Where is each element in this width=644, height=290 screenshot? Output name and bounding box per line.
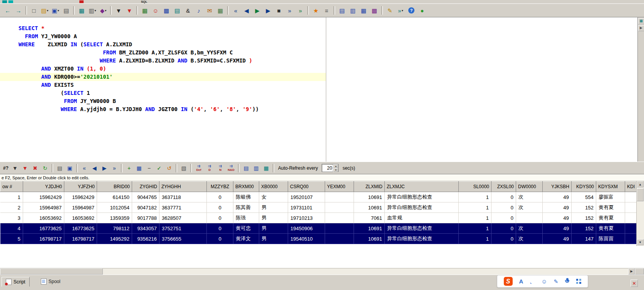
scrollbar-track[interactable] [637,187,644,239]
side-panel-collapse-button[interactable]: ▶ [638,25,644,31]
grid-cell[interactable]: 0 [207,223,233,234]
grid-cell[interactable]: 9017788 [132,213,159,223]
grid-cell[interactable]: 16773625 [23,223,64,234]
grid-cell[interactable]: 1495292 [97,234,132,244]
more-tools-icon[interactable]: »▾ [395,5,406,16]
grid-cell[interactable]: 陈强 [233,213,259,223]
spinner-down-icon[interactable]: ▼ [333,168,338,172]
code-line[interactable]: (SELECT 1 [0,89,326,97]
grid-cell[interactable]: 陈其善 [233,202,259,213]
grid-cell[interactable]: 3637771 [159,202,207,213]
grid-cell[interactable]: 1359359 [97,213,132,223]
ime-microphone-icon[interactable] [565,278,570,285]
open-file-icon[interactable]: ▨▾ [39,5,50,16]
grid-cell[interactable] [325,192,354,202]
new-file-icon[interactable]: □ [29,5,39,16]
paste-grid-icon[interactable]: ▦ [358,5,369,16]
grid-cell[interactable]: 152 [572,202,596,213]
grid-cell[interactable]: 1 [459,213,491,223]
grid-cell[interactable]: 0 [491,223,516,234]
grid-cell[interactable]: 554 [572,192,596,202]
grid-cell[interactable] [625,192,637,202]
grid-cell[interactable] [625,223,637,234]
fetch-default-button[interactable]: ⇉Def [193,163,204,174]
column-header[interactable]: ow # [0,182,23,192]
delete-record-icon[interactable]: − [144,163,154,173]
save-icon[interactable]: ▣▾ [50,5,61,16]
column-header[interactable]: BRID00 [97,182,132,192]
tab-script[interactable]: Script [2,277,30,287]
grid-vertical-scrollbar[interactable]: ▲ ▼ [636,181,644,246]
grid-cell[interactable]: 19710213 [288,213,325,223]
ime-toolbox-icon[interactable] [576,279,581,284]
grid-cell[interactable]: 1 [459,202,491,213]
scrollbar-thumb[interactable] [637,188,644,201]
grid-cell[interactable]: 0 [491,202,516,213]
grid-cell[interactable]: 16798717 [23,234,64,244]
grid-cell[interactable] [325,213,354,223]
layout-grid-icon[interactable]: ▦ [76,5,87,16]
session-icon[interactable]: ◆▾ [98,5,109,16]
grid-cell[interactable]: 0 [491,234,516,244]
code-line[interactable]: FROM YJ_YW0000 A [0,32,326,40]
filter-icon[interactable]: ▼ [113,5,124,16]
side-panel-button[interactable]: ▦ [638,18,644,24]
grid-cell[interactable]: 异常白细胞形态检查 [385,234,459,244]
special-copy-icon[interactable]: ▩ [369,5,380,16]
prior-record-icon[interactable]: ◀ [89,163,99,173]
fetch-null-displayed-button[interactable]: ⇉N&D [226,163,236,174]
grid-cell[interactable]: 15964987 [23,202,64,213]
grid-cell[interactable] [325,234,354,244]
scrollbar-thumb[interactable] [0,268,103,275]
grid-cell[interactable]: 次 [516,234,543,244]
filter-remove-icon[interactable]: ▼ [124,5,135,16]
save-icon[interactable]: ▣ [65,163,75,173]
grid-cell[interactable] [325,223,354,234]
grid-cell[interactable] [625,213,637,223]
grid-cell[interactable]: 5 [0,234,23,244]
code-line[interactable]: WHERE A.yjdjh0 = B.YJDJH0 AND JGZT00 IN … [0,105,326,113]
grid-cell[interactable]: 3628507 [159,213,207,223]
previous-row-icon[interactable]: ◀ [241,5,252,16]
grid-cell[interactable]: 10691 [354,192,385,202]
cancel-query-icon[interactable]: ✖ [30,163,40,173]
sql-editor[interactable]: SELECT * FROM YJ_YW0000 AWHERE ZLXMID IN… [0,17,326,162]
insert-record-icon[interactable]: + [124,163,134,173]
sogou-logo-icon[interactable]: S [504,277,513,286]
column-header[interactable]: ZYGHID [132,182,159,192]
filter-favorites-icon[interactable]: ▼ [20,163,30,173]
code-line[interactable]: FROM BM_ZLZD00 A,XT_ZLSFGX B,bm_YYSFXM C [0,49,326,57]
next-record-icon[interactable]: ▶ [99,163,109,173]
grid-row[interactable]: 11596242915962429614150904476536371180陈银… [0,192,637,202]
grid-cell[interactable]: 3 [0,213,23,223]
grid-cell[interactable]: 4 [0,223,23,234]
grid-cell[interactable]: 女 [259,192,288,202]
next-row-icon[interactable]: » [284,5,295,16]
grid-cell[interactable]: 陈苗苗 [596,234,625,244]
first-row-icon[interactable]: « [230,5,241,16]
column-header[interactable]: YJDJH0 [23,182,64,192]
export-grid-icon[interactable]: ▧ [179,163,189,173]
run-icon[interactable]: ▶ [252,5,263,16]
column-header[interactable]: MZZYBZ [207,182,233,192]
dropdown-arrow-icon[interactable]: ▾ [105,9,106,12]
dropdown-arrow-icon[interactable]: ▾ [58,9,59,12]
revert-edits-icon[interactable]: ↺ [164,163,174,173]
scroll-up-icon[interactable]: ▲ [637,181,644,187]
grid-cell[interactable]: 次 [516,202,543,213]
refresh-icon[interactable]: ↻ [40,163,50,173]
column-header[interactable]: ZXSL00 [491,182,516,192]
grid-cell[interactable]: 0 [207,192,233,202]
table-data-icon[interactable]: ▩ [161,5,172,16]
column-header[interactable]: YJFZH0 [64,182,97,192]
record-view-icon[interactable]: ▤ [241,163,251,173]
grid-cell[interactable]: 49 [543,234,572,244]
grid-cell[interactable]: 异常白细胞形态检查 [385,192,459,202]
script-output-icon[interactable]: ≡ [321,5,332,16]
code-line[interactable]: WHERE ZLXMID IN (SELECT A.ZLXMID [0,40,326,49]
grid-cell[interactable]: 男 [259,202,288,213]
grid-cell[interactable]: 男 [259,234,288,244]
grid-cell[interactable]: 16053692 [64,213,97,223]
auto-refresh-interval[interactable]: 20▲▼ [322,164,339,172]
print-icon[interactable]: ▤ [55,163,65,173]
